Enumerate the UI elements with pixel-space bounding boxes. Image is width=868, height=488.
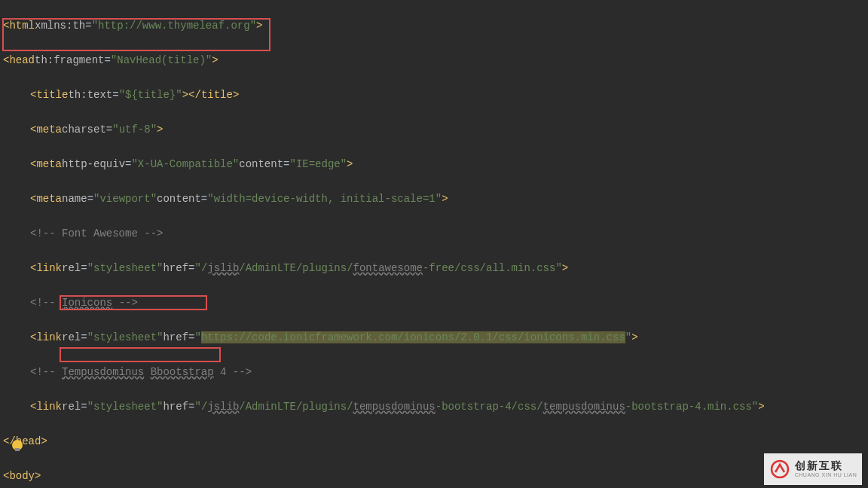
code-line: <meta name="viewport" content="width=dev… [0,191,868,208]
code-line: <link rel="stylesheet" href="https://cod… [0,329,868,346]
code-line: <title th:text="${title}"></title> [0,87,868,104]
watermark-logo: 创新互联 CHUANG XIN HU LIAN [764,453,862,485]
code-line: <link rel="stylesheet" href="/jslib/Admi… [0,260,868,277]
code-line: <!-- Font Awesome --> [0,225,868,242]
code-line: </head> [0,433,868,450]
code-line: <meta charset="utf-8"> [0,121,868,139]
code-editor[interactable]: <html xmlns:th="http://www.thymeleaf.org… [0,0,868,488]
code-line: <link rel="stylesheet" href="/jslib/Admi… [0,398,868,416]
logo-text-en: CHUANG XIN HU LIAN [795,472,857,478]
logo-icon [769,459,790,480]
code-line: <!-- Ionicons --> [0,294,868,312]
code-line: <head th:fragment="NavHead(title)"> [0,52,868,69]
code-line: <meta http-equiv="X-UA-Compatible" conte… [0,156,868,173]
code-line: <body> [0,468,868,485]
logo-text-cn: 创新互联 [795,460,857,471]
lightbulb-icon[interactable] [12,440,23,450]
code-line: <html xmlns:th="http://www.thymeleaf.org… [0,17,868,35]
code-line: <!-- Tempusdominus Bbootstrap 4 --> [0,364,868,381]
